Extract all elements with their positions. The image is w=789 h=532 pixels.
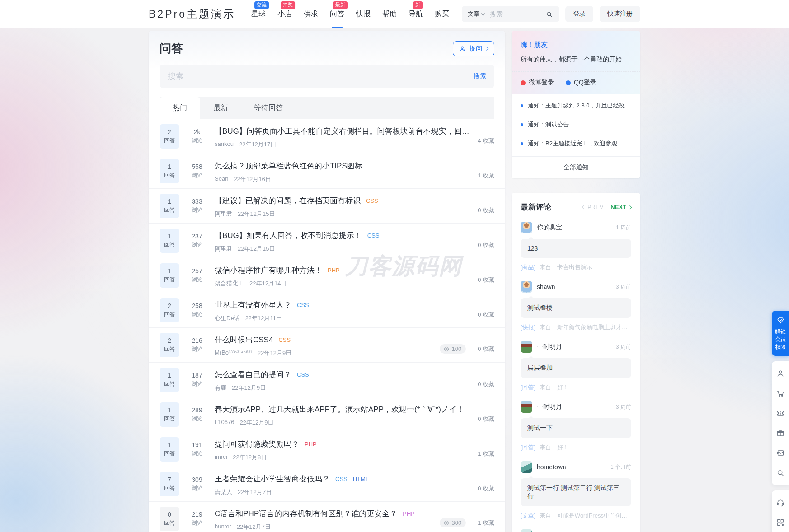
question-author[interactable]: hunter xyxy=(215,523,231,531)
question-title[interactable]: 【BUG】如果有人回答，收不到消息提示！ xyxy=(215,230,362,241)
search-category-dropdown[interactable]: 文章 xyxy=(468,10,484,18)
question-row[interactable]: 1 回答 237 浏览 【BUG】如果有人回答，收不到消息提示！ xyxy=(149,223,505,258)
question-title[interactable]: 怎么搞？顶部菜单栏蓝色红色的小TIPS图标 xyxy=(215,161,362,171)
nav-item[interactable]: 抽奖 小店 xyxy=(272,0,298,28)
qrcode-icon[interactable] xyxy=(772,513,789,532)
search-icon[interactable] xyxy=(772,463,789,483)
topic-tag[interactable]: CSS xyxy=(278,336,291,343)
question-row[interactable]: 1 回答 333 浏览 【建议】已解决的问题，在存档页面有标识 xyxy=(149,188,505,223)
comment-source[interactable]: [商品] 来自：卡密出售演示 xyxy=(521,263,631,271)
comment-source[interactable]: [回答] 来自：好！ xyxy=(521,383,631,392)
comment-bubble[interactable]: 测试叠楼 xyxy=(521,298,631,318)
topic-tag[interactable]: PHP xyxy=(328,267,340,274)
topic-tag[interactable]: CSS xyxy=(297,371,309,378)
comment-source[interactable]: [回答] 来自：好！ xyxy=(521,443,631,452)
comment-author[interactable]: 你的臭宝 xyxy=(537,224,562,232)
topic-tag[interactable]: CSS xyxy=(335,476,348,482)
question-title[interactable]: 什么时候出CSS4 xyxy=(215,335,273,345)
mail-send-icon[interactable] xyxy=(772,443,789,463)
topic-tag[interactable]: CSS xyxy=(366,197,378,204)
tab[interactable]: 等待回答 xyxy=(241,97,296,119)
question-title[interactable]: 【BUG】问答页面小工具不能自定义右侧栏目。问答板块前台不现实，回答不提示。所… xyxy=(215,126,471,136)
tab[interactable]: 最新 xyxy=(200,97,241,119)
avatar[interactable] xyxy=(521,222,532,233)
question-row[interactable]: 1 回答 558 浏览 怎么搞？顶部菜单栏蓝色红色的小TIPS图标 xyxy=(149,154,505,188)
topic-tag[interactable]: HTML xyxy=(353,476,369,482)
comment-author[interactable]: 一时明月 xyxy=(537,403,562,411)
nav-item[interactable]: 最新 问答 xyxy=(324,0,350,28)
comment-bubble[interactable]: 123 xyxy=(521,239,631,258)
comment-author[interactable]: 一时明月 xyxy=(537,343,562,351)
comment-author[interactable]: shawn xyxy=(537,283,555,290)
next-button[interactable]: NEXT xyxy=(611,204,631,210)
question-row[interactable]: 2 回答 2k 浏览 【BUG】问答页面小工具不能自定义右侧栏目。问答板块前台不… xyxy=(149,119,505,154)
question-title[interactable]: 微信小程序推广有哪几种方法！ xyxy=(215,265,322,275)
qa-search-input[interactable] xyxy=(168,72,474,81)
question-title[interactable]: 怎么查看自已的提问？ xyxy=(215,369,291,380)
topic-tag[interactable]: PHP xyxy=(305,441,317,448)
question-title[interactable]: C语言和PHP语言的内存机制有何区别？谁的更安全？ xyxy=(215,509,397,519)
question-author[interactable]: 阿里君 xyxy=(215,210,232,218)
all-notices-button[interactable]: 全部通知 xyxy=(512,156,640,178)
topic-tag[interactable]: CSS xyxy=(297,302,309,308)
avatar[interactable] xyxy=(521,401,532,413)
customer-service-icon[interactable] xyxy=(772,493,789,513)
question-author[interactable]: MrBo¹³³⁵³¹⁴⁵⁶³¹ xyxy=(215,349,252,357)
question-row[interactable]: 1 回答 257 浏览 微信小程序推广有哪几种方法！ xyxy=(149,258,505,293)
comment-source[interactable]: [文章] 来自：可能是WordPress中首创的自… xyxy=(521,512,631,520)
question-title[interactable]: 【建议】已解决的问题，在存档页面有标识 xyxy=(215,196,361,206)
gift-icon[interactable] xyxy=(772,423,789,443)
question-row[interactable]: 7 回答 309 浏览 王者荣耀会让小学生智商变低吗？ xyxy=(149,467,505,501)
topic-tag[interactable]: CSS xyxy=(367,232,380,239)
notice-item[interactable]: 通知：B2主题接近完工，欢迎参观 xyxy=(521,134,631,153)
prev-button[interactable]: PREV xyxy=(582,204,603,210)
question-author[interactable]: 阿里君 xyxy=(215,245,232,253)
comment-bubble[interactable]: 层层叠加 xyxy=(521,358,631,378)
question-author[interactable]: 有鹿 xyxy=(215,384,226,392)
question-author[interactable]: 心里De话 xyxy=(215,314,240,322)
nav-item[interactable]: 帮助 xyxy=(376,0,403,28)
question-row[interactable]: 2 回答 258 浏览 世界上有没有外星人？ xyxy=(149,293,505,327)
question-row[interactable]: 1 回答 191 浏览 提问可获得隐藏奖励吗？ xyxy=(149,432,505,467)
notice-item[interactable]: 通知：测试公告 xyxy=(521,115,631,134)
navbar-search-input[interactable] xyxy=(490,10,545,18)
search-icon[interactable] xyxy=(545,10,553,18)
ticket-icon[interactable] xyxy=(772,403,789,423)
comment-author[interactable]: hometown xyxy=(537,463,566,471)
question-row[interactable]: 1 回答 289 浏览 春天演示APP、过几天就出来APP了。演示站APP，欢迎… xyxy=(149,397,505,432)
nav-item[interactable]: 新 导航 xyxy=(403,0,429,28)
notice-item[interactable]: 通知：主题升级到 2.3.0，并且已经改… xyxy=(521,96,631,115)
nav-item[interactable]: 交流 星球 xyxy=(245,0,272,28)
ask-question-button[interactable]: 提问 xyxy=(453,41,494,56)
nav-item[interactable]: 快报 xyxy=(350,0,376,28)
social-login-button[interactable]: QQ登录 xyxy=(566,79,596,87)
question-row[interactable]: 2 回答 216 浏览 什么时候出CSS4 xyxy=(149,327,505,362)
question-author[interactable]: sankou xyxy=(215,140,234,149)
avatar[interactable] xyxy=(521,281,532,293)
question-title[interactable]: 提问可获得隐藏奖励吗？ xyxy=(215,439,299,449)
qa-search-button[interactable]: 搜索 xyxy=(474,72,486,80)
tab[interactable]: 热门 xyxy=(160,97,200,119)
question-row[interactable]: 0 回答 219 浏览 C语言和PHP语言的内存机制有何区别？谁的更安全？ xyxy=(149,501,505,532)
question-title[interactable]: 春天演示APP、过几天就出来APP了。演示站APP，欢迎一(*｀∀´*)ノイ！ xyxy=(215,404,465,415)
social-login-button[interactable]: 微博登录 xyxy=(521,79,554,87)
question-author[interactable]: 潇某人 xyxy=(215,488,232,496)
topic-tag[interactable]: PHP xyxy=(403,510,415,517)
question-author[interactable]: L10676 xyxy=(215,419,234,427)
comment-bubble[interactable]: 测试第一行 测试第二行 测试第三行 xyxy=(521,478,631,506)
cart-icon[interactable] xyxy=(772,383,789,403)
register-button[interactable]: 快速注册 xyxy=(600,6,640,22)
avatar[interactable] xyxy=(521,529,532,532)
nav-item[interactable]: 购买 xyxy=(429,0,455,28)
question-author[interactable]: imrei xyxy=(215,453,227,462)
comment-source[interactable]: [快报] 来自：新年新气象新电脑上班才爽AM… xyxy=(521,323,631,331)
site-logo[interactable]: B2Pro主题演示 xyxy=(149,7,235,21)
avatar[interactable] xyxy=(521,461,532,473)
user-icon[interactable] xyxy=(772,364,789,383)
avatar[interactable] xyxy=(521,341,532,353)
question-title[interactable]: 世界上有没有外星人？ xyxy=(215,300,291,310)
question-author[interactable]: 聚合猫化工 xyxy=(215,280,244,288)
nav-item[interactable]: 供求 xyxy=(298,0,324,28)
login-button[interactable]: 登录 xyxy=(565,6,593,22)
question-title[interactable]: 王者荣耀会让小学生智商变低吗？ xyxy=(215,474,330,484)
